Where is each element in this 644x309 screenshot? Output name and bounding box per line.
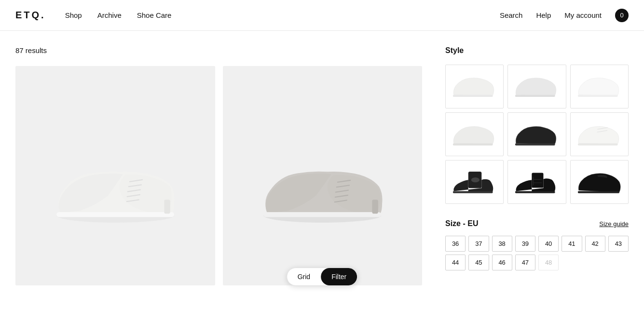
size-label: Size - EU: [445, 219, 478, 228]
size-btn-38[interactable]: 38: [492, 236, 512, 252]
filter-button[interactable]: Filter: [321, 268, 357, 285]
product-image-2: [247, 94, 397, 258]
results-count: 87 results: [15, 46, 422, 54]
cart-badge[interactable]: 0: [615, 9, 629, 22]
size-btn-36[interactable]: 36: [445, 236, 466, 252]
svg-rect-15: [372, 200, 378, 214]
my-account-link[interactable]: My account: [564, 11, 602, 19]
svg-rect-7: [164, 200, 170, 214]
product-card-2[interactable]: [223, 66, 423, 285]
svg-rect-18: [578, 95, 618, 97]
style-card-4[interactable]: [445, 112, 504, 156]
style-card-9[interactable]: [570, 160, 629, 204]
size-btn-39[interactable]: 39: [515, 236, 535, 252]
svg-rect-14: [263, 212, 381, 217]
style-shoe-9: [575, 165, 624, 199]
style-card-7[interactable]: [445, 160, 504, 204]
size-btn-47[interactable]: 47: [515, 255, 535, 270]
nav-shop[interactable]: Shop: [65, 11, 82, 19]
style-shoe-6: [575, 118, 624, 151]
help-link[interactable]: Help: [536, 11, 551, 19]
main-nav: Shop Archive Shoe Care: [65, 11, 172, 20]
view-controls: Grid Filter: [287, 268, 358, 285]
svg-rect-19: [453, 143, 493, 145]
style-shoe-8: [512, 165, 562, 199]
filter-section: Style: [445, 46, 629, 285]
logo[interactable]: ETQ.: [15, 10, 46, 21]
search-link[interactable]: Search: [500, 11, 523, 19]
style-shoe-7: [450, 165, 499, 199]
svg-rect-25: [453, 191, 493, 193]
style-card-2[interactable]: [507, 65, 566, 108]
size-guide-link[interactable]: Size guide: [599, 220, 629, 228]
size-btn-46[interactable]: 46: [492, 255, 512, 270]
size-section: Size - EU Size guide 3637383940414243444…: [445, 219, 629, 270]
style-card-6[interactable]: [570, 112, 629, 156]
style-shoe-3: [575, 70, 624, 103]
size-grid: 36373839404142434445464748: [445, 236, 629, 270]
svg-rect-32: [578, 191, 619, 193]
size-btn-41[interactable]: 41: [562, 236, 582, 252]
nav-archive[interactable]: Archive: [97, 11, 122, 19]
size-btn-43[interactable]: 43: [608, 236, 629, 252]
product-image-1: [41, 94, 190, 258]
style-shoe-2: [512, 70, 562, 103]
style-grid: [445, 65, 629, 204]
size-header: Size - EU Size guide: [445, 219, 629, 228]
style-shoe-5: [512, 118, 562, 151]
size-btn-48: 48: [538, 255, 559, 270]
site-header: ETQ. Shop Archive Shoe Care Search Help …: [0, 0, 644, 31]
style-shoe-1: [450, 70, 499, 103]
svg-rect-28: [515, 191, 555, 193]
size-btn-44[interactable]: 44: [445, 255, 466, 270]
size-btn-45[interactable]: 45: [468, 255, 489, 270]
product-grid: [15, 66, 422, 285]
svg-rect-20: [515, 143, 555, 145]
header-right: Search Help My account 0: [500, 9, 629, 22]
svg-rect-23: [578, 143, 618, 145]
size-btn-40[interactable]: 40: [538, 236, 559, 252]
style-card-8[interactable]: [507, 160, 566, 204]
svg-rect-16: [453, 95, 493, 97]
style-filter-title: Style: [445, 46, 629, 55]
svg-rect-6: [56, 212, 174, 217]
size-btn-37[interactable]: 37: [468, 236, 489, 252]
svg-rect-17: [515, 95, 555, 97]
style-card-3[interactable]: [570, 65, 629, 108]
header-left: ETQ. Shop Archive Shoe Care: [15, 10, 171, 21]
svg-point-26: [471, 177, 480, 182]
style-card-5[interactable]: [507, 112, 566, 156]
style-shoe-4: [450, 118, 499, 151]
products-section: 87 results: [15, 46, 422, 285]
nav-shoe-care[interactable]: Shoe Care: [137, 11, 172, 19]
style-card-1[interactable]: [445, 65, 504, 108]
grid-button[interactable]: Grid: [287, 268, 321, 285]
size-btn-42[interactable]: 42: [585, 236, 605, 252]
product-card-1[interactable]: [15, 66, 215, 285]
main-layout: 87 results: [0, 31, 644, 285]
